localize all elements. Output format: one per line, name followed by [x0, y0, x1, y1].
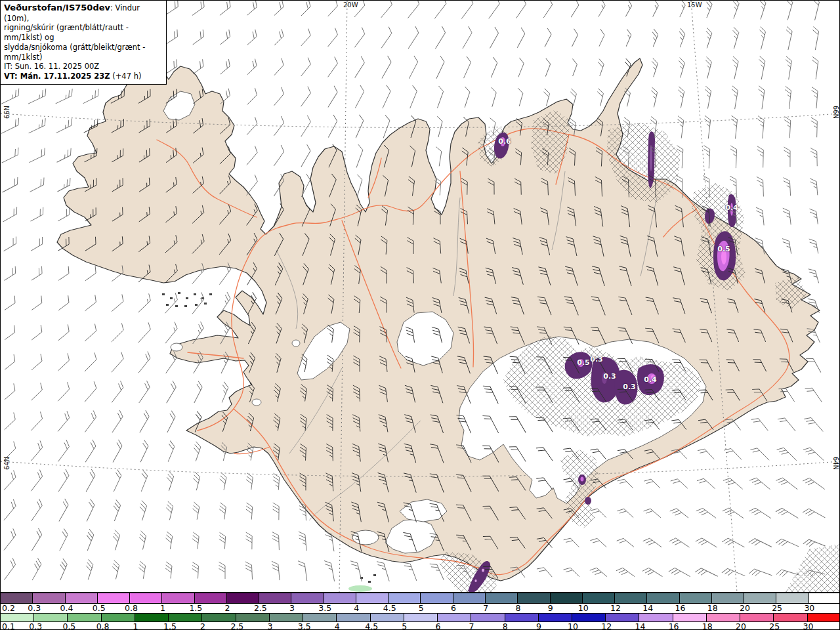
sleet-scale-segment	[517, 593, 549, 603]
wind-barb	[54, 324, 72, 340]
islet	[368, 581, 371, 583]
islet	[195, 304, 198, 306]
wind-barb	[26, 118, 49, 133]
wind-barb	[137, 561, 146, 579]
wind-barb	[296, 144, 312, 167]
legend-tick-label: 0.8	[125, 604, 138, 612]
legend-tick-label: 12	[601, 622, 612, 630]
wind-barb	[107, 352, 126, 372]
wind-barb	[81, 499, 96, 521]
wind-barb	[564, 536, 579, 551]
wind-barb	[323, 28, 340, 47]
wind-barb	[778, 415, 795, 435]
wind-barb	[161, 322, 180, 344]
sleet-scale-segment	[646, 593, 679, 603]
wind-barb	[782, 238, 791, 255]
wind-barb	[350, 144, 364, 167]
wind-barb	[324, 560, 335, 583]
legend-tick-label: 2.5	[254, 604, 267, 612]
rain-scale-segment	[168, 614, 201, 621]
sleet-scale-segment	[324, 593, 356, 603]
wind-barb	[513, 88, 524, 106]
wind-barb	[134, 293, 153, 312]
wind-barb	[593, 1, 607, 17]
wind-barb	[404, 56, 419, 79]
sleet-scale-segment	[453, 593, 485, 603]
wind-barb	[810, 178, 818, 196]
wind-barb	[403, 560, 416, 583]
wind-barb	[245, 503, 253, 519]
legend-tick-label: 4	[354, 604, 359, 612]
wind-barb	[107, 381, 125, 403]
wind-barb	[749, 476, 770, 494]
map-area: Veðurstofan/IS750dev: Vindur (10m), rign…	[1, 1, 840, 592]
wind-barb	[297, 29, 313, 46]
wind-barb	[404, 85, 419, 108]
wind-barb	[27, 411, 45, 430]
rain-scale-segment	[471, 614, 504, 621]
rain-scale-segment	[201, 614, 235, 621]
wind-barb	[1, 266, 18, 281]
sleet-scale-segment	[711, 593, 744, 603]
wind-barb	[590, 536, 606, 552]
title-line-5: VT: Mán. 17.11.2025 23Z (+47 h)	[4, 72, 163, 81]
wind-barb	[55, 207, 73, 221]
wind-barb	[81, 266, 98, 281]
wind-barb	[593, 29, 606, 46]
iceland-weather-map-canvas	[1, 1, 840, 592]
wind-barb	[566, 29, 579, 47]
wind-barb	[268, 145, 285, 166]
wind-barb	[1, 296, 18, 310]
wind-barb	[191, 502, 200, 520]
wind-barb	[701, 1, 713, 18]
wind-barb	[697, 476, 715, 494]
precip-core	[482, 569, 484, 572]
wind-barb	[459, 87, 471, 108]
wind-barb	[134, 322, 153, 343]
legend-tick-label: 14	[642, 604, 653, 612]
wind-barb	[728, 27, 740, 49]
wind-barb	[433, 147, 442, 167]
wind-barb	[749, 537, 772, 553]
sleet-scale-segment	[420, 593, 452, 603]
sleet-scale-segment	[194, 593, 226, 603]
lake	[292, 340, 300, 346]
wind-barb	[1, 236, 19, 251]
wind-barb	[648, 58, 659, 77]
legend-tick-label: 3	[267, 622, 272, 630]
wind-barb	[782, 56, 792, 79]
legend-tick-label: 0.3	[29, 622, 42, 630]
wind-barb	[191, 532, 199, 549]
wind-barb	[1, 325, 18, 339]
wind-barb	[108, 499, 121, 521]
wind-barb	[403, 26, 421, 49]
wind-barb	[675, 87, 685, 108]
rain-scale-segment	[807, 614, 840, 621]
wind-barb	[161, 381, 178, 403]
sleet-scale-segment	[32, 593, 64, 603]
wind-barb	[674, 28, 686, 47]
wind-barb	[776, 476, 798, 495]
wind-barb	[376, 1, 394, 18]
wind-barb	[757, 146, 763, 168]
wind-barb	[539, 28, 553, 47]
wind-barb	[617, 536, 634, 552]
sleet-scale-segment	[744, 593, 776, 603]
wind-barb	[484, 27, 500, 49]
wind-barb	[28, 207, 46, 221]
wind-barb	[810, 148, 817, 166]
legend-tick-label: 1	[133, 622, 138, 630]
wind-barb	[755, 56, 766, 80]
title-line-1: Veðurstofan/IS750dev: Vindur (10m),	[4, 3, 163, 23]
wind-barb	[457, 1, 475, 19]
wind-barb	[782, 1, 793, 20]
wind-barb	[702, 57, 713, 79]
wind-barb	[567, 59, 579, 76]
wind-barb	[54, 353, 72, 371]
wind-barb	[755, 27, 766, 50]
wind-barb	[190, 472, 201, 490]
wind-barb	[670, 506, 688, 522]
wind-barb	[723, 476, 743, 494]
wind-barb	[107, 323, 126, 342]
wind-barb	[728, 86, 738, 109]
